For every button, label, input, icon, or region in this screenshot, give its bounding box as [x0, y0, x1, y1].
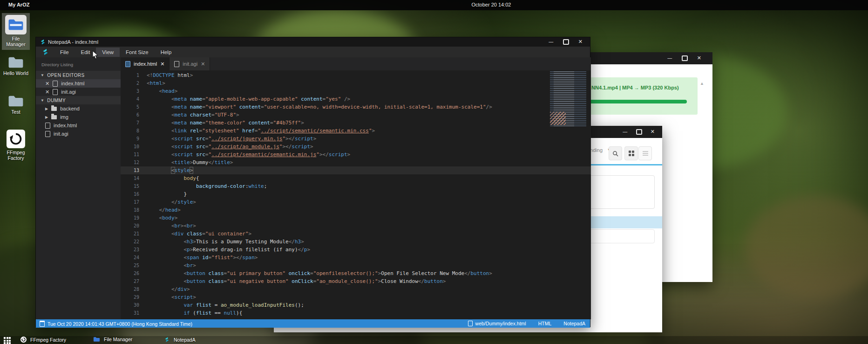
menu-item-view[interactable]: View	[96, 48, 120, 57]
line-content: <button class="ui primary button" onclic…	[147, 269, 591, 277]
notepada-titlebar[interactable]: NotepadA - index.html — ✕	[36, 37, 590, 47]
code-line-3[interactable]: 3 <head>	[121, 87, 591, 95]
desktop-icon-ffmpeg-factory[interactable]: FFmpeg Factory	[2, 130, 30, 161]
code-line-14[interactable]: 14 body{	[121, 174, 591, 182]
code-editor[interactable]: 1<!DOCTYPE html>2<html>3 <head>4 <meta n…	[121, 70, 591, 319]
status-datetime: Tue Oct 20 2020 14:01:43 GMT+0800 (Hong …	[40, 321, 192, 327]
system-clock[interactable]: October 20 14:02	[452, 2, 531, 7]
code-line-17[interactable]: 17 </style>	[121, 198, 591, 206]
tab-init.agi[interactable]: init.agi✕	[170, 57, 210, 70]
code-line-6[interactable]: 6 <meta charset="UTF-8">	[121, 111, 591, 119]
code-line-5[interactable]: 5 <meta name="viewport" content="user-sc…	[121, 103, 591, 111]
minimize-icon[interactable]: —	[549, 40, 554, 44]
minimize-icon[interactable]: —	[667, 56, 672, 61]
tree-item-index.html[interactable]: index.html	[36, 121, 121, 130]
code-line-1[interactable]: 1<!DOCTYPE html>	[121, 71, 591, 79]
menu-item-file[interactable]: File	[54, 48, 75, 57]
code-line-12[interactable]: 12 <title>Dummy</title>	[121, 158, 591, 166]
taskbar-item-ffmpeg-factory[interactable]: FFmpeg Factory	[20, 337, 66, 343]
code-line-24[interactable]: 24 <span id="flist"></span>	[121, 254, 591, 261]
status-path-text: web/Dummy/index.html	[475, 321, 526, 326]
line-content: }	[147, 190, 591, 198]
code-line-27[interactable]: 27 <button class="ui negative button" on…	[121, 277, 591, 285]
code-line-7[interactable]: 7 <meta name="theme-color" content="#4b7…	[121, 119, 591, 127]
taskbar-item-notepada[interactable]: NotepadA	[164, 337, 196, 343]
code-line-2[interactable]: 2<html>	[121, 79, 591, 87]
scrollbar-up-icon[interactable]: ▲	[700, 81, 704, 86]
chevron-right-icon[interactable]: ▶	[45, 107, 48, 111]
close-icon[interactable]: ✕	[651, 130, 655, 134]
code-line-16[interactable]: 16 }	[121, 190, 591, 198]
tree-section-open-editors[interactable]: ▼OPEN EDITORS	[36, 71, 121, 79]
code-line-21[interactable]: 21 <div class="ui container">	[121, 230, 591, 238]
foliage-blob	[745, 196, 868, 298]
tree-item-backend[interactable]: ▶backend	[36, 104, 121, 113]
gray-folder-icon	[8, 95, 24, 108]
line-content: body{	[147, 174, 591, 182]
desktop-icon-hello-world[interactable]: Hello World	[2, 56, 30, 76]
code-line-15[interactable]: 15 background-color:white;	[121, 182, 591, 190]
file-icon	[45, 131, 50, 137]
minimize-icon[interactable]: —	[623, 130, 628, 134]
tab-label: init.agi	[183, 61, 197, 67]
menu-bar: FileEditViewFont SizeHelp	[36, 47, 590, 57]
app-launcher-grid-icon[interactable]	[4, 337, 11, 344]
taskbar-item-file-manager[interactable]: File Manager	[93, 337, 132, 342]
grid-view-button[interactable]	[624, 146, 638, 160]
close-icon[interactable]: ✕	[697, 56, 701, 61]
code-line-19[interactable]: 19 <body>	[121, 214, 591, 222]
tree-item-index.html[interactable]: ✕index.html	[36, 79, 121, 88]
close-icon[interactable]: ✕	[201, 61, 205, 67]
menu-item-font-size[interactable]: Font Size	[120, 48, 155, 57]
tree-item-img[interactable]: ▶img	[36, 113, 121, 121]
code-line-23[interactable]: 23 <p>Received drag-in filelist (if any)…	[121, 246, 591, 254]
maximize-icon[interactable]	[563, 39, 569, 45]
tab-label: index.html	[134, 61, 157, 67]
folder-icon	[51, 115, 57, 119]
code-line-8[interactable]: 8 <link rel="stylesheet" href="../script…	[121, 127, 591, 135]
line-number: 21	[121, 230, 147, 238]
line-content: <meta name="apple-mobile-web-app-capable…	[147, 95, 591, 103]
status-file-path[interactable]: web/Dummy/index.html	[468, 321, 526, 326]
search-button[interactable]	[609, 146, 622, 160]
line-content: <!DOCTYPE html>	[147, 71, 591, 79]
code-line-22[interactable]: 22 <h3>This is a Dummy Testing Module</h…	[121, 238, 591, 246]
code-line-9[interactable]: 9 <script src="../script/jquery.min.js">…	[121, 135, 591, 143]
notepada-logo-icon	[164, 337, 170, 343]
tab-index.html[interactable]: index.html✕	[121, 57, 170, 70]
line-content: <br><br>	[147, 222, 591, 230]
desktop-icon-test[interactable]: Test	[2, 95, 30, 115]
chevron-right-icon[interactable]: ▶	[45, 115, 48, 119]
minimap[interactable]	[550, 71, 586, 126]
tree-item-label: img	[60, 114, 68, 120]
code-line-28[interactable]: 28 </div>	[121, 285, 591, 293]
code-line-30[interactable]: 30 var flist = ao_module_loadInputFiles(…	[121, 301, 591, 309]
close-icon[interactable]: ✕	[578, 40, 583, 44]
maximize-icon[interactable]	[682, 55, 688, 61]
code-line-26[interactable]: 26 <button class="ui primary button" onc…	[121, 269, 591, 277]
code-line-10[interactable]: 10 <script src="../script/ao_module.js">…	[121, 143, 591, 151]
code-line-18[interactable]: 18 </head>	[121, 206, 591, 214]
tree-item-init.agi[interactable]: ✕init.agi	[36, 88, 121, 96]
tree-section-dummy[interactable]: ▼DUMMY	[36, 96, 121, 104]
code-line-29[interactable]: 29 <script>	[121, 293, 591, 301]
code-line-31[interactable]: 31 if (flist == null){	[121, 309, 591, 317]
desktop-icon-file-manager[interactable]: File Manager	[2, 13, 30, 50]
code-line-13[interactable]: 13 <style>	[121, 166, 591, 174]
close-icon[interactable]: ✕	[45, 81, 49, 86]
close-icon[interactable]: ✕	[160, 61, 164, 67]
status-language[interactable]: HTML	[538, 321, 552, 326]
menu-item-help[interactable]: Help	[155, 48, 178, 57]
maximize-icon[interactable]	[636, 129, 642, 135]
tree-item-init.agi[interactable]: init.agi	[36, 130, 121, 138]
system-brand[interactable]: My ArOZ	[8, 2, 29, 7]
code-line-4[interactable]: 4 <meta name="apple-mobile-web-app-capab…	[121, 95, 591, 103]
close-icon[interactable]: ✕	[45, 89, 49, 94]
code-line-11[interactable]: 11 <script src="../script/semantic/seman…	[121, 151, 591, 158]
menu-item-edit[interactable]: Edit	[75, 48, 96, 57]
code-line-20[interactable]: 20 <br><br>	[121, 222, 591, 230]
list-view-button[interactable]	[638, 146, 652, 160]
line-content: <script src="../script/semantic/semantic…	[147, 151, 591, 158]
circular-arrows-icon	[20, 337, 27, 343]
code-line-25[interactable]: 25 <br>	[121, 261, 591, 269]
